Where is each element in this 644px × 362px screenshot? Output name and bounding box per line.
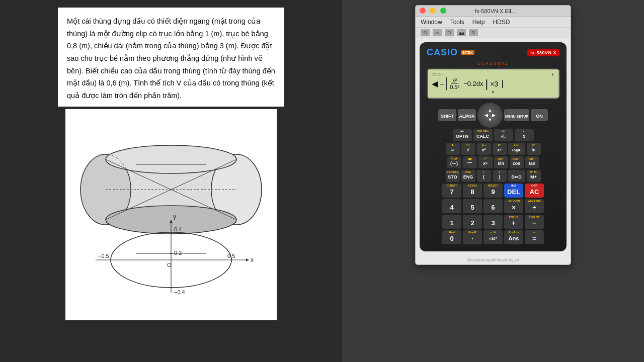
display-arrow-up: ▲ bbox=[551, 72, 554, 76]
nav-arrows: ▲ ◀ ▶ ▼ bbox=[485, 108, 496, 122]
mplus-button[interactable]: M- M- M+ bbox=[527, 170, 541, 182]
negate-button[interactable]: log■ (—) bbox=[447, 156, 461, 168]
toolbar-icon-2[interactable]: ▭ bbox=[433, 29, 442, 36]
menu-window[interactable]: Window bbox=[421, 19, 442, 26]
exp10-button[interactable]: π % ×10ˣ bbox=[484, 230, 503, 244]
on-button[interactable]: ON bbox=[531, 109, 548, 121]
bitex-badge: BITEХ bbox=[461, 50, 474, 55]
divide-button[interactable]: nCr LCM ÷ bbox=[525, 199, 544, 213]
key-6[interactable]: 6 bbox=[484, 199, 503, 213]
sin-button[interactable]: sin⁻¹ sin bbox=[494, 156, 508, 168]
math-problem-text: Một cái thùng đựng dầu có thiết diện nga… bbox=[58, 8, 284, 107]
ac-button[interactable]: OFF AC bbox=[525, 184, 544, 198]
sto-button[interactable]: RECALL STO bbox=[446, 170, 460, 182]
display-top-row: √◻ ◻ ▲ bbox=[432, 72, 554, 76]
menu-help[interactable]: Help bbox=[472, 19, 485, 26]
key-8[interactable]: CONV 8 bbox=[463, 184, 482, 198]
display-left-arrow: ◀ bbox=[432, 79, 438, 88]
casio-logo: CASIO bbox=[427, 47, 458, 58]
power-button[interactable]: xⁿ xⁿ bbox=[493, 143, 507, 155]
math-diagram: x y O 0.5 −0.5 0.4 −0.4 0.2 bbox=[75, 119, 267, 310]
button-row-4: log■ (—) ◀▶ °'" xⁿ xⁿ sin⁻¹ sin bbox=[426, 156, 560, 168]
equals-button[interactable]: ≈ = bbox=[525, 230, 544, 244]
key-5[interactable]: 5 bbox=[463, 199, 482, 213]
key-3[interactable]: 3 bbox=[484, 215, 503, 229]
xn-button[interactable]: xⁿ xⁿ bbox=[478, 156, 493, 168]
degree-button[interactable]: ◀▶ °'" bbox=[463, 156, 477, 168]
key-7[interactable]: CONST 7 bbox=[442, 184, 461, 198]
fraction-denominator: 0.5² bbox=[449, 84, 460, 90]
model-badge: fx-580VN X bbox=[527, 49, 559, 56]
fraction-button[interactable]: d/c √□ bbox=[494, 129, 513, 141]
button-row-123: 1 2 3 Pol Int + Rec Inf − bbox=[426, 215, 560, 229]
add-button[interactable]: Pol Int + bbox=[504, 215, 523, 229]
math-problem: Một cái thùng đựng dầu có thiết diện nga… bbox=[67, 17, 275, 100]
shift-button[interactable]: SHIFT bbox=[438, 109, 456, 121]
subtract-button[interactable]: Rec Inf − bbox=[525, 215, 544, 229]
cos-button[interactable]: cos⁻¹ cos bbox=[510, 156, 524, 168]
key-9[interactable]: RESET 9 bbox=[484, 184, 503, 198]
menu-bar: Window Tools Help HDSD bbox=[416, 17, 571, 28]
svg-marker-13 bbox=[246, 258, 249, 261]
menu-hdsd[interactable]: HDSD bbox=[493, 19, 510, 26]
display-sqrt-indicator: √◻ ◻ bbox=[432, 72, 441, 76]
optn-button[interactable]: ■■ OPTN bbox=[453, 129, 472, 141]
mixed-fraction-button[interactable]: ■ ≡ bbox=[446, 143, 460, 155]
sqrt-button[interactable]: √□ √ bbox=[461, 143, 475, 155]
ans-button[interactable]: PreAns Ans bbox=[504, 230, 523, 244]
close-paren-button[interactable]: } ) bbox=[493, 170, 507, 182]
toolbar-icon-1[interactable]: ⊞ bbox=[421, 29, 430, 36]
window-titlebar: fx-580VN X Ell... bbox=[416, 6, 571, 17]
calculator-display: √◻ ◻ ▲ ◀ − x² 0.5² −0.2dx | bbox=[427, 68, 559, 99]
decimal-button[interactable]: RanP · bbox=[463, 230, 482, 244]
close-button[interactable] bbox=[420, 8, 426, 14]
right-panel: fx-580VN X Ell... Window Tools Help HDSD… bbox=[342, 0, 644, 362]
alpha-button[interactable]: ALPHA bbox=[458, 109, 476, 121]
display-cursor bbox=[500, 80, 503, 88]
log-button[interactable]: 10□ log■ bbox=[508, 143, 525, 155]
display-bracket: | bbox=[486, 78, 489, 89]
menu-tools[interactable]: Tools bbox=[450, 19, 464, 26]
ln-button[interactable]: eⁿ ln bbox=[527, 143, 541, 155]
multiply-button[interactable]: nPr GCD × bbox=[504, 199, 523, 213]
svg-text:x: x bbox=[251, 256, 254, 263]
svg-text:−0.5: −0.5 bbox=[98, 253, 109, 259]
calculator-header: CASIO BITEХ fx-580VN X bbox=[425, 47, 561, 58]
display-multiplier: ×3 bbox=[490, 80, 498, 88]
display-fraction: x² 0.5² bbox=[446, 77, 460, 90]
toolbar-icon-4[interactable]: 📷 bbox=[457, 29, 466, 36]
std-button[interactable]: S⇔D bbox=[508, 170, 525, 182]
menu-setup-button[interactable]: MENU SETUP bbox=[504, 109, 529, 121]
key-0[interactable]: Rnd 0 bbox=[442, 230, 461, 244]
button-row-5: RECALL STO Abs ENG { ( } ) bbox=[426, 170, 560, 182]
calculator-window: fx-580VN X Ell... Window Tools Help HDSD… bbox=[415, 5, 571, 265]
toolbar-icon-5[interactable]: ⊞ bbox=[469, 29, 478, 36]
tan-button[interactable]: tan⁻¹ tan bbox=[525, 156, 539, 168]
left-panel: Một cái thùng đựng dầu có thiết diện nga… bbox=[0, 0, 342, 362]
svg-text:O: O bbox=[167, 262, 172, 268]
svg-point-3 bbox=[106, 145, 236, 173]
key-4[interactable]: 4 bbox=[442, 199, 461, 213]
key-1[interactable]: 1 bbox=[442, 215, 461, 229]
minimize-button[interactable] bbox=[430, 8, 436, 14]
display-integrand: −0.2dx bbox=[463, 80, 483, 87]
open-paren-button[interactable]: { ( bbox=[477, 170, 491, 182]
calc-button[interactable]: SOLVE= CALC bbox=[473, 129, 493, 141]
toolbar-icon-3[interactable]: ⊡ bbox=[445, 29, 454, 36]
calculator-body: CASIO BITEХ fx-580VN X CLASSWIZ √◻ ◻ ▲ ◀ bbox=[420, 42, 567, 251]
fraction-numerator: x² bbox=[451, 77, 458, 84]
button-row-1: SHIFT ALPHA ▲ ◀ ▶ bbox=[426, 103, 560, 128]
eng-button[interactable]: Abs ENG bbox=[461, 170, 475, 182]
svg-text:0.4: 0.4 bbox=[174, 226, 182, 232]
square-button[interactable]: ▲□ x² bbox=[477, 143, 491, 155]
maximize-button[interactable] bbox=[440, 8, 446, 14]
window-controls bbox=[420, 7, 448, 16]
button-row-0: Rnd 0 RanP · π % ×10ˣ PreAns Ans bbox=[426, 230, 560, 244]
display-content: ◀ − x² 0.5² −0.2dx | ×3 bbox=[432, 77, 554, 90]
button-row-3: ■ ≡ √□ √ ▲□ x² xⁿ xⁿ bbox=[426, 143, 560, 155]
del-button[interactable]: INS DEL bbox=[504, 184, 523, 198]
x-variable-button[interactable]: ■: x bbox=[515, 129, 534, 141]
key-2[interactable]: 2 bbox=[463, 215, 482, 229]
footer-text: diendanmaytinhcamtay.vn bbox=[416, 255, 571, 264]
button-row-456: 4 5 6 nPr GCD × nCr LCM ÷ bbox=[426, 199, 560, 213]
